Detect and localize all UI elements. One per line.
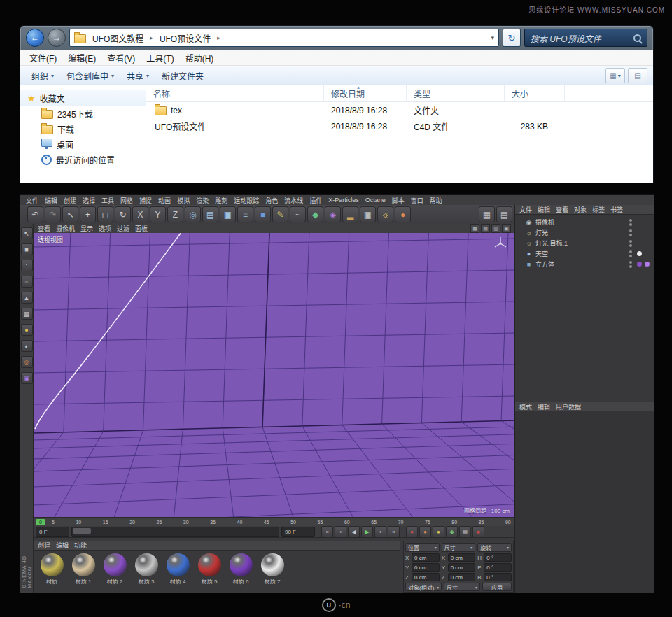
object-row[interactable]: ☼ 灯光 <box>515 227 654 238</box>
c4d-menu-item[interactable]: 文件 <box>26 196 38 205</box>
c4d-menu-item[interactable]: 脚本 <box>392 196 405 205</box>
sidebar-item[interactable]: 最近访问的位置 <box>20 152 146 167</box>
viewport-menu-item[interactable]: 查看 <box>38 224 50 233</box>
visibility-toggles[interactable] <box>629 219 632 226</box>
mode-tool-icon[interactable]: ∴ <box>21 260 33 271</box>
visibility-toggles[interactable] <box>629 250 632 257</box>
keyframe-button[interactable]: ■ <box>472 526 484 537</box>
toolbar-tool-icon[interactable]: ◎ <box>185 206 201 222</box>
c4d-menu-item[interactable]: 捕捉 <box>139 196 152 205</box>
toolbar-tool-icon[interactable]: ↻ <box>115 206 131 222</box>
mode-tool-icon[interactable]: ▦ <box>21 308 33 320</box>
commandbar-button[interactable]: 包含到库中 ▾ <box>61 68 120 84</box>
attribute-menu-item[interactable]: 用户数据 <box>556 402 581 411</box>
toolbar-tool-icon[interactable]: ■ <box>255 206 271 222</box>
toolbar-tool-icon[interactable]: ◈ <box>325 206 341 222</box>
playback-button[interactable]: « <box>321 526 333 537</box>
object-manager-menu-item[interactable]: 标签 <box>592 205 605 214</box>
c4d-menu-item[interactable]: 模拟 <box>177 196 190 205</box>
material-swatch[interactable]: 材质.7 <box>258 553 286 585</box>
current-frame-marker[interactable]: 0 <box>36 519 46 525</box>
texture-tag-icon[interactable] <box>645 241 650 246</box>
viewport-view-label[interactable]: 透视视图 <box>38 235 63 244</box>
playback-button[interactable]: ▶ <box>361 526 373 537</box>
end-frame-field[interactable]: 90 F <box>281 527 315 537</box>
keyframe-button[interactable]: ● <box>406 526 418 537</box>
texture-tag-icon[interactable] <box>645 251 650 256</box>
material-swatch[interactable]: 材质.4 <box>164 553 192 585</box>
explorer-menu-item[interactable]: 帮助(H) <box>181 50 219 65</box>
sidebar-item-favorites[interactable]: ★ 收藏夹 <box>20 90 146 106</box>
visibility-dot[interactable] <box>629 255 632 257</box>
layout-toggle-icon[interactable]: ▦ <box>479 206 495 222</box>
start-frame-field[interactable]: 0 F <box>36 527 69 537</box>
address-dropdown-icon[interactable]: ▾ <box>491 34 494 41</box>
c4d-menu-item[interactable]: 创建 <box>64 196 76 205</box>
visibility-dot[interactable] <box>629 219 632 222</box>
toolbar-tool-icon[interactable]: ▣ <box>360 206 376 222</box>
size-mode-select[interactable]: 尺寸▾ <box>444 583 480 591</box>
explorer-menu-item[interactable]: 工具(T) <box>141 50 178 65</box>
c4d-menu-item[interactable]: 插件 <box>309 196 322 205</box>
material-swatch[interactable]: 材质.2 <box>101 553 129 585</box>
commandbar-button[interactable]: 新建文件夹 <box>156 68 212 84</box>
visibility-dot[interactable] <box>629 244 632 247</box>
viewport-menu-item[interactable]: 过滤 <box>117 224 130 233</box>
column-header[interactable]: 大小 <box>505 85 565 101</box>
layout-toggle-icon[interactable]: ▤ <box>496 206 512 222</box>
sidebar-item[interactable]: 下载 <box>20 121 146 136</box>
playback-button[interactable]: ◀ <box>348 526 360 537</box>
breadcrumb-separator-icon[interactable]: ▸ <box>217 34 220 41</box>
position-y-field[interactable]: 0 cm <box>412 563 440 572</box>
texture-tag-icon[interactable] <box>637 230 642 235</box>
coordinate-mode-select[interactable]: 对象(相对)▾ <box>405 583 442 591</box>
visibility-dot[interactable] <box>629 240 632 243</box>
toolbar-tool-icon[interactable]: ↶ <box>27 206 43 222</box>
column-header[interactable]: 名称 <box>146 85 324 101</box>
material-swatch[interactable]: 材质.5 <box>195 553 223 585</box>
material-swatch[interactable]: 材质.6 <box>227 553 255 585</box>
texture-tag-icon[interactable] <box>645 262 650 267</box>
commandbar-button[interactable]: 共享 ▾ <box>121 68 155 84</box>
position-z-field[interactable]: 0 cm <box>412 573 440 581</box>
object-manager-menu-item[interactable]: 文件 <box>519 205 532 214</box>
material-menu-item[interactable]: 编辑 <box>56 541 69 550</box>
keyframe-button[interactable]: ● <box>433 526 444 537</box>
visibility-toggles[interactable] <box>629 240 632 247</box>
toolbar-tool-icon[interactable]: X <box>132 206 148 222</box>
position-x-field[interactable]: 0 cm <box>412 553 440 562</box>
explorer-menu-item[interactable]: 文件(F) <box>24 50 62 65</box>
object-manager-menu-item[interactable]: 对象 <box>574 205 587 214</box>
toolbar-tool-icon[interactable]: ● <box>395 206 411 222</box>
visibility-dot[interactable] <box>629 223 632 226</box>
object-row[interactable]: ■ 立方体 <box>515 259 654 269</box>
object-manager-menu-item[interactable]: 编辑 <box>538 205 550 214</box>
texture-tag-icon[interactable] <box>645 220 650 225</box>
object-row[interactable]: ◉ 摄像机 <box>515 217 654 227</box>
viewport-canvas[interactable]: 透视视图 网格间距 : 100 cm <box>34 233 515 517</box>
material-menu-item[interactable]: 功能 <box>74 541 87 550</box>
keyframe-button[interactable]: ● <box>419 526 431 537</box>
texture-tag-icon[interactable] <box>645 230 650 235</box>
visibility-dot[interactable] <box>629 234 632 236</box>
c4d-menu-item[interactable]: Octane <box>365 197 386 204</box>
change-view-button[interactable]: ▦▾ <box>606 68 625 83</box>
viewport-layout-icon[interactable]: ▥ <box>491 224 500 233</box>
column-header[interactable]: 修改日期 <box>324 85 407 101</box>
viewport-menu-item[interactable]: 选项 <box>99 224 111 233</box>
sidebar-item[interactable]: 桌面 <box>20 136 146 152</box>
texture-tag-icon[interactable] <box>637 241 642 246</box>
toolbar-tool-icon[interactable]: ▤ <box>202 206 218 222</box>
attribute-menu-item[interactable]: 编辑 <box>538 402 550 411</box>
c4d-menu-item[interactable]: X-Particles <box>328 197 359 204</box>
toolbar-tool-icon[interactable]: Z <box>167 206 183 222</box>
visibility-toggles[interactable] <box>629 261 632 268</box>
keyframe-button[interactable]: ◆ <box>446 526 458 537</box>
material-preview-sphere[interactable] <box>261 553 284 576</box>
toolbar-tool-icon[interactable]: ◆ <box>307 206 323 222</box>
position-title[interactable]: 位置▾ <box>405 543 440 552</box>
file-row[interactable]: tex 2018/8/9 16:28 文件夹 <box>146 102 653 118</box>
toolbar-tool-icon[interactable]: ≡ <box>237 206 253 222</box>
material-swatch[interactable]: 材质 <box>38 553 66 585</box>
c4d-menu-item[interactable]: 动画 <box>158 196 171 205</box>
